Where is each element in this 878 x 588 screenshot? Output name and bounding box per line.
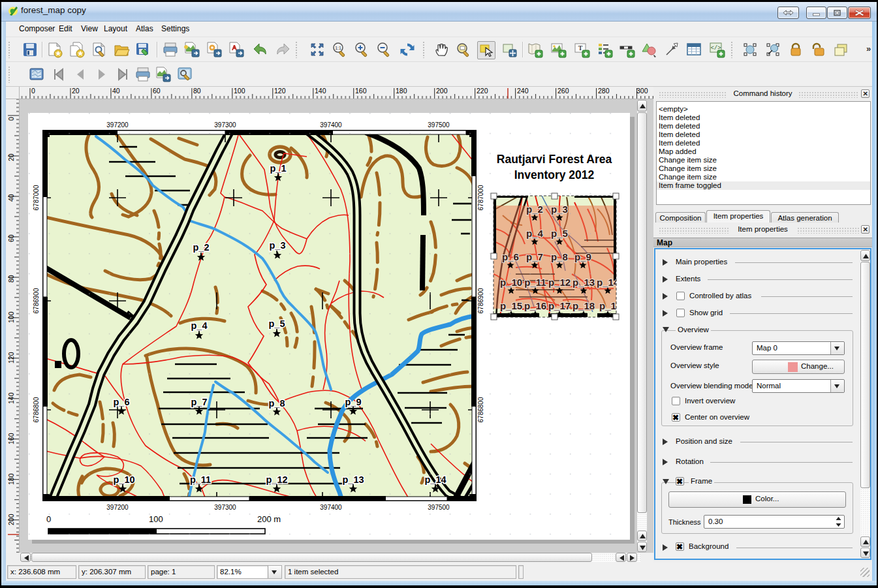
svg-text:1:1: 1:1 [335,46,341,50]
svg-text:220: 220 [477,87,488,95]
svg-text:160: 160 [355,87,367,95]
svg-text:0: 0 [31,87,35,95]
svg-text:60: 60 [7,234,15,242]
svg-text:60: 60 [153,87,161,95]
svg-text:20: 20 [7,153,15,161]
svg-text:160: 160 [7,433,15,444]
svg-text:80: 80 [193,87,201,95]
svg-text:260: 260 [557,87,569,95]
svg-text:180: 180 [7,473,15,485]
svg-text:120: 120 [274,87,286,95]
svg-text:240: 240 [517,87,529,95]
svg-text:20: 20 [72,87,80,95]
svg-text:100: 100 [7,311,15,323]
svg-text:120: 120 [7,352,15,364]
svg-text:40: 40 [112,87,120,95]
svg-text:0: 0 [7,117,15,121]
svg-text:280: 280 [598,87,610,95]
svg-text:80: 80 [7,275,15,283]
svg-text:300: 300 [636,87,648,95]
svg-text:200: 200 [7,514,15,525]
svg-text:100: 100 [234,87,245,95]
svg-text:40: 40 [7,194,15,202]
svg-text:140: 140 [7,392,15,404]
svg-text:180: 180 [396,87,407,95]
svg-text:140: 140 [315,87,326,95]
svg-text:T: T [578,44,583,52]
svg-text:200: 200 [436,87,448,95]
